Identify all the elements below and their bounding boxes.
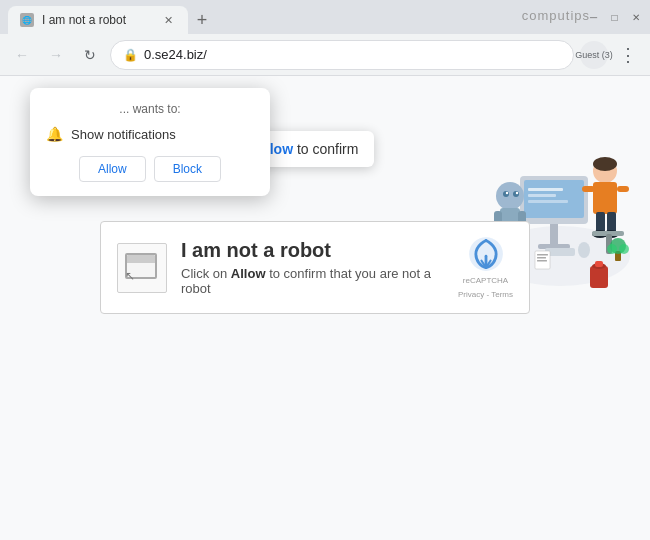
bubble-text-after: to confirm: [293, 141, 358, 157]
block-button[interactable]: Block: [154, 156, 221, 182]
maximize-button[interactable]: □: [608, 11, 621, 24]
recaptcha-icon-area: ↖: [117, 243, 167, 293]
svg-point-20: [593, 157, 617, 171]
notification-popup: ... wants to: 🔔 Show notifications Allow…: [30, 88, 270, 196]
address-text: 0.se24.biz/: [144, 47, 561, 62]
recaptcha-title: I am not a robot: [181, 239, 444, 262]
page-content: ▼ ... wants to: 🔔 Show notifications All…: [0, 76, 650, 540]
svg-rect-36: [590, 266, 608, 288]
svg-rect-23: [617, 186, 629, 192]
svg-point-9: [496, 182, 524, 210]
subtitle-allow-word: Allow: [231, 266, 266, 281]
tab-favicon: 🌐: [20, 13, 34, 27]
svg-rect-7: [528, 194, 556, 197]
svg-rect-21: [593, 182, 617, 214]
popup-wants-to-text: ... wants to:: [46, 102, 254, 116]
recaptcha-card: ↖ I am not a robot Click on Allow to con…: [100, 221, 530, 314]
svg-point-16: [513, 191, 519, 197]
browser-window: 🌐 I am not a robot ✕ + computips ─ □ ✕ ←…: [0, 0, 650, 540]
privacy-link[interactable]: Privacy: [458, 290, 484, 299]
svg-rect-8: [528, 200, 568, 203]
svg-point-31: [578, 242, 590, 258]
subtitle-before: Click on: [181, 266, 231, 281]
recaptcha-subtitle: Click on Allow to confirm that you are n…: [181, 266, 444, 296]
forward-button[interactable]: →: [42, 41, 70, 69]
lock-icon: 🔒: [123, 48, 138, 62]
profile-button[interactable]: Guest (3): [580, 41, 608, 69]
svg-point-15: [503, 191, 509, 197]
svg-rect-5: [524, 180, 584, 218]
svg-point-34: [607, 244, 617, 254]
svg-point-18: [516, 192, 518, 194]
svg-point-35: [619, 244, 629, 254]
terms-link[interactable]: Terms: [491, 290, 513, 299]
svg-rect-38: [595, 261, 603, 267]
svg-rect-22: [582, 186, 595, 192]
window-controls: ─ □ ✕: [587, 11, 642, 24]
address-bar[interactable]: 🔒 0.se24.biz/: [110, 40, 574, 70]
more-button[interactable]: ⋮: [614, 41, 642, 69]
recaptcha-badge: reCAPTCHA Privacy - Terms: [458, 236, 513, 299]
tab-close-button[interactable]: ✕: [160, 12, 176, 28]
title-bar: 🌐 I am not a robot ✕ + computips ─ □ ✕: [0, 0, 650, 34]
recaptcha-label: reCAPTCHA: [463, 276, 508, 286]
tab-title: I am not a robot: [42, 13, 126, 27]
recaptcha-logo-icon: [468, 236, 504, 272]
back-button[interactable]: ←: [8, 41, 36, 69]
svg-rect-40: [537, 254, 548, 256]
notification-row: 🔔 Show notifications: [46, 126, 254, 142]
svg-rect-41: [537, 257, 546, 259]
nav-bar: ← → ↻ 🔒 0.se24.biz/ Guest (3) ⋮: [0, 34, 650, 76]
svg-rect-42: [537, 260, 547, 262]
svg-rect-6: [528, 188, 563, 191]
tab-bar: 🌐 I am not a robot ✕ +: [8, 0, 579, 34]
refresh-button[interactable]: ↻: [76, 41, 104, 69]
allow-button[interactable]: Allow: [79, 156, 146, 182]
close-button[interactable]: ✕: [629, 11, 642, 24]
bell-icon: 🔔: [46, 126, 63, 142]
recaptcha-text-area: I am not a robot Click on Allow to confi…: [181, 239, 444, 296]
active-tab[interactable]: 🌐 I am not a robot ✕: [8, 6, 188, 34]
show-notifications-text: Show notifications: [71, 127, 176, 142]
profile-label: Guest (3): [575, 50, 613, 60]
recaptcha-links: Privacy - Terms: [458, 290, 513, 299]
svg-point-17: [506, 192, 508, 194]
brand-text: computips: [522, 8, 590, 23]
popup-buttons: Allow Block: [46, 156, 254, 182]
new-tab-button[interactable]: +: [188, 6, 216, 34]
